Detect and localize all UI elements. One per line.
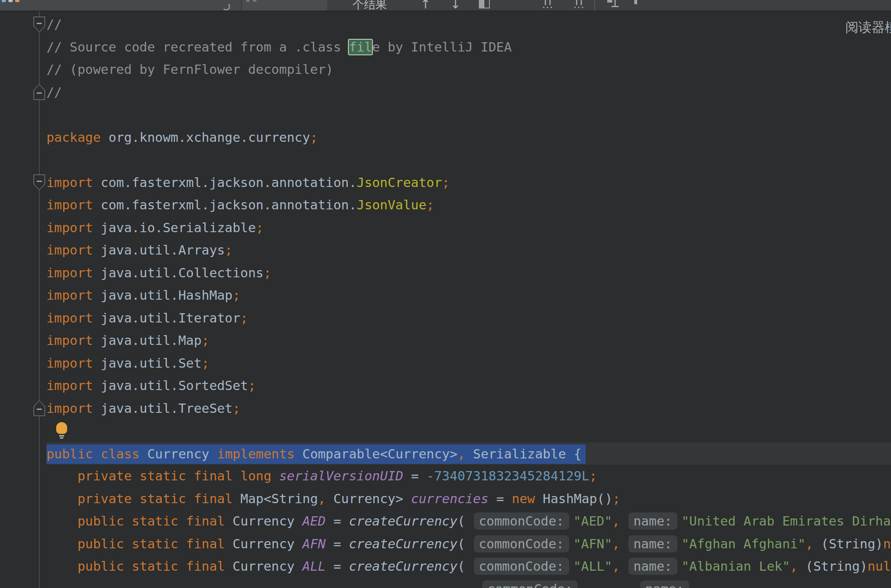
filter-mask-icon[interactable]: [479, 0, 490, 8]
code-line: import java.util.Arrays;: [46, 239, 891, 262]
code-line: private static final long serialVersionU…: [46, 465, 891, 488]
parameter-hint-chip: name:: [628, 558, 677, 575]
tab-icon-fragment: [8, 0, 13, 2]
code-line: // Source code recreated from a .class f…: [46, 36, 891, 59]
code-line: [46, 149, 891, 171]
fold-marker-end[interactable]: [33, 400, 45, 416]
search-match-highlight: fil: [349, 40, 372, 54]
code-line: import com.fasterxml.jackson.annotation.…: [46, 171, 891, 194]
fold-marker-collapse[interactable]: [33, 174, 45, 190]
code-line: import java.util.Iterator;: [46, 307, 891, 330]
search-results-count: 个结果: [353, 0, 387, 11]
parameter-hint-chip: name:: [640, 580, 689, 588]
code-line: private static final Map<String, Currenc…: [46, 488, 891, 510]
code-line: public class Currency implements Compara…: [46, 442, 891, 465]
code-line: import java.util.Map;: [46, 329, 891, 352]
code-line: [46, 420, 891, 442]
code-line: package org.knowm.xchange.currency;: [46, 126, 891, 149]
toolbar-left-segment: [0, 0, 242, 11]
find-toolbar: 个结果 ↑ ↓: [0, 0, 891, 11]
code-line: import java.util.Set;: [46, 352, 891, 375]
search-input[interactable]: [242, 0, 327, 11]
parameter-hint-chip: commonCode:: [474, 535, 569, 553]
code-line: public static final Currency AFN = creat…: [46, 533, 891, 555]
toolbar-pin-icon[interactable]: [573, 0, 584, 8]
selection-highlight: public class Currency implements Compara…: [46, 444, 586, 464]
intention-bulb-icon[interactable]: [55, 421, 68, 440]
toolbar-icon-fragment[interactable]: [634, 0, 637, 4]
sort-filter-icon[interactable]: [607, 0, 620, 8]
parameter-hint-chip: commonCode:: [474, 512, 569, 530]
code-editor[interactable]: 阅读器模式 //// Source code recreated from a …: [0, 11, 891, 588]
parameter-hint-chip: name:: [628, 512, 677, 530]
toolbar-divider: [594, 0, 595, 11]
code-line: import java.util.SortedSet;: [46, 374, 891, 397]
code-line: public static final Currency AED = creat…: [46, 510, 891, 533]
code-line: import java.util.HashMap;: [46, 284, 891, 307]
code-line: [46, 103, 891, 126]
parameter-hint-chip: name:: [628, 535, 677, 553]
search-icon: [222, 3, 230, 11]
code-line: import java.io.Serializable;: [46, 217, 891, 239]
next-occurrence-icon[interactable]: ↓: [450, 0, 461, 11]
code-line: // (powered by FernFlower decompiler): [46, 58, 891, 81]
code-line: import com.fasterxml.jackson.annotation.…: [46, 194, 891, 217]
tab-icon-fragment: [15, 0, 19, 2]
parameter-hint-chip: commonCode:: [474, 558, 569, 575]
code-line: import java.util.TreeSet;: [46, 397, 891, 420]
parameter-hint-chip: commonCode:: [482, 580, 578, 588]
previous-occurrence-icon[interactable]: ↑: [420, 0, 431, 11]
code-line: //: [46, 13, 891, 36]
code-line: public static final Currency ALL = creat…: [46, 555, 891, 578]
code-line: import java.util.Collections;: [46, 262, 891, 285]
code-line: //: [46, 81, 891, 104]
code-area[interactable]: //// Source code recreated from a .class…: [46, 13, 891, 588]
toolbar-pin-icon[interactable]: [542, 0, 553, 8]
code-line: commonCode:name:: [46, 578, 891, 588]
fold-marker-end[interactable]: [33, 84, 45, 100]
fold-marker-collapse[interactable]: [33, 16, 45, 33]
tab-icon-fragment: [2, 0, 6, 2]
